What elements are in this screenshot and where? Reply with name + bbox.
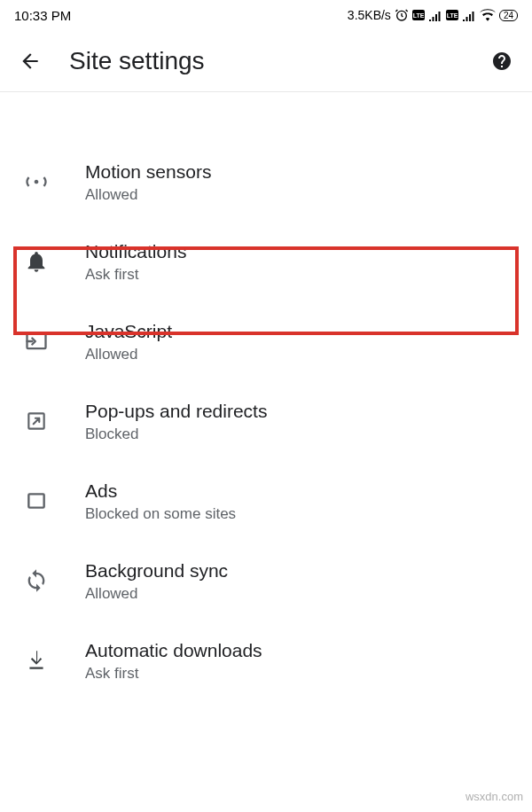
setting-text: Motion sensors Allowed xyxy=(85,160,514,203)
svg-rect-7 xyxy=(28,494,43,507)
javascript-icon xyxy=(23,328,50,355)
setting-status: Blocked xyxy=(85,426,514,443)
setting-javascript[interactable]: JavaScript Allowed xyxy=(0,301,532,381)
setting-title: Ads xyxy=(85,479,514,503)
setting-status: Ask first xyxy=(85,665,514,683)
alarm-icon xyxy=(395,8,409,22)
setting-text: Pop-ups and redirects Blocked xyxy=(85,399,514,442)
motion-sensor-icon xyxy=(23,168,50,195)
sync-icon xyxy=(23,567,50,594)
setting-text: Notifications Ask first xyxy=(85,239,514,283)
setting-title: JavaScript xyxy=(85,319,514,343)
back-button[interactable] xyxy=(18,49,43,74)
setting-text: JavaScript Allowed xyxy=(85,319,514,363)
setting-status: Allowed xyxy=(85,186,514,204)
setting-status: Blocked on some sites xyxy=(85,505,514,523)
volte-icon-2: LTE xyxy=(446,10,458,20)
setting-text: Ads Blocked on some sites xyxy=(85,479,514,522)
setting-status: Allowed xyxy=(85,585,514,603)
setting-title: Automatic downloads xyxy=(85,638,514,662)
download-icon xyxy=(23,647,50,674)
volte-icon-1: LTE xyxy=(412,10,425,20)
setting-text: Background sync Allowed xyxy=(85,558,514,602)
wifi-icon xyxy=(480,9,496,21)
setting-title: Motion sensors xyxy=(85,160,514,183)
data-rate: 3.5KB/s xyxy=(348,8,391,22)
signal-icon-2 xyxy=(462,10,476,21)
setting-title: Background sync xyxy=(85,558,514,582)
page-title: Site settings xyxy=(69,47,463,75)
help-button[interactable] xyxy=(489,49,514,74)
settings-list: Motion sensors Allowed Notifications Ask… xyxy=(0,83,532,700)
setting-notifications[interactable]: Notifications Ask first xyxy=(0,222,532,301)
ads-icon xyxy=(23,488,50,514)
setting-status: Allowed xyxy=(85,346,514,363)
setting-automatic-downloads[interactable]: Automatic downloads Ask first xyxy=(0,621,532,700)
signal-icon-1 xyxy=(428,10,442,21)
setting-background-sync[interactable]: Background sync Allowed xyxy=(0,541,532,621)
partial-item-top xyxy=(0,83,532,106)
status-time: 10:33 PM xyxy=(14,8,71,23)
setting-title: Pop-ups and redirects xyxy=(85,399,514,423)
status-bar: 10:33 PM 3.5KB/s LTE LTE 24 xyxy=(0,0,532,30)
setting-status: Ask first xyxy=(85,266,514,284)
watermark: wsxdn.com xyxy=(466,790,523,803)
bell-icon xyxy=(23,248,50,275)
svg-text:LTE: LTE xyxy=(447,12,458,19)
setting-popups[interactable]: Pop-ups and redirects Blocked xyxy=(0,381,532,461)
setting-ads[interactable]: Ads Blocked on some sites xyxy=(0,461,532,541)
setting-title: Notifications xyxy=(85,239,514,263)
setting-text: Automatic downloads Ask first xyxy=(85,638,514,682)
battery-indicator: 24 xyxy=(499,10,518,21)
popup-icon xyxy=(23,408,50,434)
svg-text:LTE: LTE xyxy=(413,12,425,19)
status-right: 3.5KB/s LTE LTE 24 xyxy=(348,8,518,22)
setting-motion-sensors[interactable]: Motion sensors Allowed xyxy=(0,142,532,222)
